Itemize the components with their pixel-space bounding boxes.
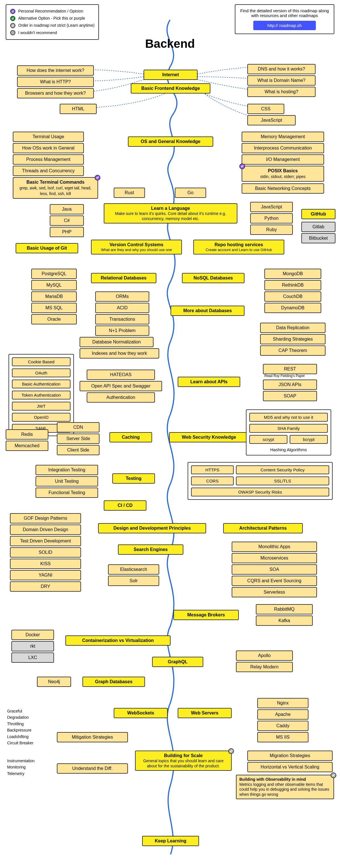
topic-msg[interactable]: Message Brokers (174, 610, 239, 620)
node-rethink[interactable]: RethinkDB (265, 280, 321, 290)
node-memmgmt[interactable]: Memory Management (242, 132, 324, 142)
node-bitbucket[interactable]: Bitbucket (301, 233, 336, 243)
node-txn[interactable]: Transactions (95, 314, 149, 324)
topic-bfs[interactable]: Building for Scale General topics that y… (135, 751, 232, 771)
node-domain[interactable]: What is Domain Name? (247, 75, 315, 86)
node-gof[interactable]: GOF Design Patterns (10, 513, 81, 523)
node-unit[interactable]: Unit Testing (35, 476, 98, 487)
node-openid[interactable]: OpenID (12, 413, 70, 422)
node-scrypt[interactable]: scrypt (249, 435, 287, 444)
node-what-http[interactable]: What is HTTP? (17, 77, 94, 87)
node-browsers[interactable]: Browsers and how they work? (17, 88, 94, 98)
node-go[interactable]: Go (175, 188, 206, 198)
node-dry[interactable]: DRY (10, 581, 81, 592)
node-neo4j[interactable]: Neo4j (37, 677, 71, 687)
node-csharp[interactable]: C# (50, 216, 84, 226)
topic-lang[interactable]: Learn a Language Make sure to learn it's… (104, 203, 237, 223)
topic-graphdb[interactable]: Graph Databases (83, 677, 145, 687)
node-rest[interactable]: REST (263, 364, 317, 374)
topic-vcs[interactable]: Version Control Systems What are they an… (91, 240, 182, 254)
node-shard[interactable]: Sharding Strategies (260, 334, 326, 344)
topic-repo[interactable]: Repo hosting services Create account and… (193, 240, 284, 254)
node-bcrypt[interactable]: bcrypt (290, 435, 328, 444)
node-hateoas[interactable]: HATEOAS (87, 370, 155, 380)
node-netconcepts[interactable]: Basic Networking Concepts (242, 183, 324, 194)
node-solr[interactable]: Solr (108, 576, 159, 586)
topic-internet[interactable]: Internet (144, 70, 197, 80)
node-docker[interactable]: Docker (11, 630, 54, 640)
node-rust[interactable]: Rust (114, 188, 145, 198)
topic-moredb[interactable]: More about Databases (171, 306, 245, 316)
node-kiss[interactable]: KISS (10, 559, 81, 569)
node-ruby[interactable]: Ruby (250, 225, 293, 235)
topic-caching[interactable]: Caching (110, 432, 152, 442)
node-elastic[interactable]: Elasticsearch (108, 564, 159, 575)
node-howos[interactable]: How OSs work in General (13, 143, 84, 153)
node-acid[interactable]: ACID (95, 303, 149, 313)
topic-arch[interactable]: Architectural Patterns (223, 523, 303, 533)
node-cors[interactable]: CORS (191, 476, 234, 485)
node-oauth[interactable]: OAuth (12, 369, 70, 377)
topic-apis[interactable]: Learn about APIs (178, 377, 240, 387)
node-owasp[interactable]: OWASP Security Risks (191, 488, 329, 496)
node-js[interactable]: JavaScript (247, 115, 296, 125)
node-php[interactable]: PHP (50, 227, 84, 237)
node-io[interactable]: I/O Management (242, 154, 324, 165)
node-github[interactable]: GitHub (301, 209, 336, 219)
node-dynamo[interactable]: DynamoDB (265, 303, 321, 313)
node-md5[interactable]: MD5 and why not to use it (249, 413, 328, 422)
topic-contvirt[interactable]: Containerization vs Virtualization (65, 636, 171, 646)
node-clientside[interactable]: Client Side (57, 445, 99, 455)
node-serverless[interactable]: Serverless (232, 587, 317, 597)
node-mssql[interactable]: MS SQL (31, 303, 77, 313)
node-csp[interactable]: Content Security Policy (236, 465, 329, 474)
node-relay[interactable]: Relay Modern (236, 662, 293, 672)
node-openapi[interactable]: Open API Spec and Swagger (80, 381, 162, 391)
node-obs[interactable]: Building with Observability in mind Metr… (236, 775, 334, 799)
topic-bfk[interactable]: Basic Frontend Knowledge (131, 83, 210, 94)
node-integration[interactable]: Integration Testing (35, 465, 98, 475)
node-tokenauth[interactable]: Token Authentication (12, 391, 70, 399)
node-couch[interactable]: CouchDB (265, 291, 321, 302)
node-tdd[interactable]: Test Driven Development (10, 536, 81, 546)
node-soa[interactable]: SOA (232, 564, 317, 575)
topic-testing[interactable]: Testing (112, 473, 155, 484)
node-maria[interactable]: MariaDB (31, 291, 77, 302)
node-kafka[interactable]: Kafka (256, 616, 313, 626)
node-python[interactable]: Python (250, 213, 293, 223)
node-auth[interactable]: Authentication (87, 392, 155, 403)
node-rkt[interactable]: rkt (11, 641, 54, 651)
node-gitlab[interactable]: Gitlab (301, 222, 336, 232)
node-pg[interactable]: PostgreSQL (31, 269, 77, 279)
node-cap[interactable]: CAP Theorem (260, 345, 326, 356)
node-func[interactable]: Functional Testing (35, 488, 98, 498)
topic-websockets[interactable]: WebSockets (114, 708, 168, 718)
node-understand[interactable]: Understand the Diff. (57, 763, 128, 774)
node-html[interactable]: HTML (60, 104, 97, 114)
node-oracle[interactable]: Oracle (31, 314, 77, 324)
topic-websec[interactable]: Web Security Knowledge (169, 432, 249, 442)
node-java[interactable]: Java (50, 204, 84, 214)
node-msiis[interactable]: MS IIS (257, 732, 308, 742)
topic-webservers[interactable]: Web Servers (178, 708, 232, 718)
node-serverside[interactable]: Server Side (57, 434, 99, 444)
node-indexes[interactable]: Indexes and how they work (80, 348, 159, 359)
node-apollo[interactable]: Apollo (236, 651, 293, 661)
node-cookie[interactable]: Cookie Based (12, 358, 70, 366)
node-micro[interactable]: Microservices (232, 553, 317, 563)
node-posix[interactable]: POSIX Basics stdin, stdout, stderr, pipe… (242, 166, 324, 182)
node-ipc[interactable]: Interprocess Communication (242, 143, 324, 153)
node-ddd[interactable]: Domain Driven Design (10, 525, 81, 535)
node-mysql[interactable]: MySQL (31, 280, 77, 290)
node-ssl[interactable]: SSL/TLS (236, 476, 329, 485)
node-datarep[interactable]: Data Replication (260, 323, 326, 333)
node-css[interactable]: CSS (247, 104, 284, 114)
node-https[interactable]: HTTPS (191, 465, 234, 474)
node-mongo[interactable]: MongoDB (265, 269, 321, 279)
node-n1[interactable]: N+1 Problem (95, 326, 149, 336)
topic-cicd[interactable]: CI / CD (104, 500, 146, 510)
node-mono[interactable]: Monolithic Apps (232, 541, 317, 552)
node-dbnorm[interactable]: Database Normalization (80, 337, 154, 347)
node-apache[interactable]: Apache (257, 709, 308, 720)
node-redis[interactable]: Redis (6, 429, 48, 439)
